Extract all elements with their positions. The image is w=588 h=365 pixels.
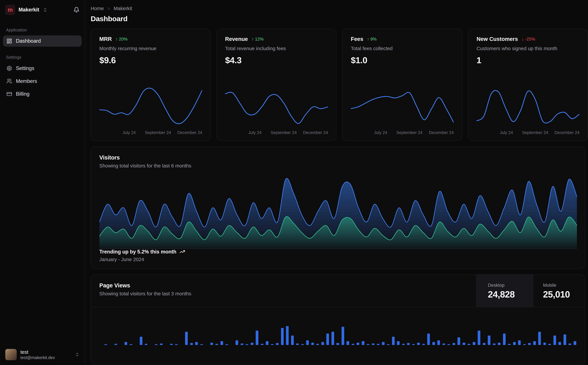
x-axis-label: July 24 <box>248 130 262 135</box>
bar <box>543 343 546 345</box>
bar <box>574 341 576 345</box>
visitors-trend-text: Trending up by 5.2% this month <box>99 249 176 255</box>
bar <box>311 343 314 345</box>
bar <box>175 344 178 345</box>
user-name: test <box>20 349 55 355</box>
bar <box>321 342 324 345</box>
chevron-right-icon <box>106 6 111 11</box>
stat-trend-value: 12% <box>255 36 264 42</box>
sidebar-item-label: Members <box>16 78 37 84</box>
breadcrumb-current: Makerkit <box>114 6 132 11</box>
bar <box>296 344 299 345</box>
bar <box>235 340 238 345</box>
stat-value: 1 <box>477 55 579 65</box>
sidebar-item-settings[interactable]: Settings <box>3 63 82 74</box>
bar <box>352 344 354 345</box>
main-content: Home Makerkit Dashboard MRR ↑ 20% Monthl… <box>85 0 588 365</box>
bar <box>326 334 329 345</box>
bar <box>483 343 485 345</box>
sidebar-item-billing[interactable]: Billing <box>3 88 82 100</box>
bar <box>387 344 389 345</box>
bar <box>316 344 319 345</box>
bar <box>301 344 304 345</box>
bar <box>306 340 309 345</box>
bar <box>145 344 147 345</box>
bar <box>276 343 278 345</box>
x-axis-label: December 24 <box>177 130 202 135</box>
bell-icon <box>73 7 80 13</box>
mrr-sparkline-chart <box>99 86 202 127</box>
stat-toggle-label: Mobile <box>543 283 575 288</box>
stat-title: New Customers <box>477 36 518 42</box>
breadcrumb: Home Makerkit <box>91 6 585 11</box>
bar <box>104 344 107 345</box>
bar <box>332 332 334 345</box>
stat-trend-badge: ↑ 20% <box>116 36 128 42</box>
trend-arrow-icon: ↓ <box>522 36 524 42</box>
bar <box>407 343 410 345</box>
sidebar-item-label: Settings <box>16 65 34 71</box>
trending-up-icon <box>180 249 185 254</box>
stat-trend-badge: ↑ 9% <box>367 36 377 42</box>
stat-card-new-customers: New Customers ↓ -25% Customers who signe… <box>468 29 588 141</box>
bar <box>498 343 500 345</box>
sidebar-item-dashboard[interactable]: Dashboard <box>3 35 82 47</box>
bar <box>362 341 364 345</box>
stat-toggle-value: 25,010 <box>543 289 575 300</box>
x-axis-label: September 24 <box>522 130 548 135</box>
bar <box>160 344 163 345</box>
x-axis-label: September 24 <box>270 130 297 135</box>
stat-card-fees: Fees ↑ 9% Total fees collected $1.0 July… <box>342 29 462 141</box>
bar <box>508 344 511 345</box>
bar <box>125 342 127 345</box>
stat-trend-value: 9% <box>370 36 377 42</box>
fees-sparkline-chart <box>351 86 454 127</box>
bar <box>357 343 359 345</box>
bar <box>553 336 556 345</box>
bar <box>225 344 228 345</box>
bar <box>382 342 385 345</box>
sidebar-item-members[interactable]: Members <box>3 76 82 87</box>
notifications-button[interactable] <box>73 7 80 13</box>
stat-toggle-label: Desktop <box>488 283 522 288</box>
new-customers-sparkline-chart <box>477 86 579 127</box>
x-axis-label: December 24 <box>303 130 328 135</box>
stat-subtitle: Total fees collected <box>351 46 454 51</box>
bar <box>417 343 420 345</box>
page-views-subtitle: Showing total visitors for the last 3 mo… <box>99 291 468 296</box>
bar <box>432 342 435 345</box>
x-axis-labels: July 24 September 24 December 24 <box>351 130 454 136</box>
workspace-switcher[interactable]: Makerkit <box>19 7 39 13</box>
user-menu[interactable]: test test@makerkit.dev <box>0 344 85 365</box>
app-root: m Makerkit Application Dashboard Setting… <box>0 0 588 365</box>
bar <box>367 344 369 345</box>
bar <box>402 344 405 345</box>
stat-title: Revenue <box>225 36 248 42</box>
bar <box>453 343 455 345</box>
bar <box>215 344 218 345</box>
bar <box>568 344 571 345</box>
stat-value: $9.6 <box>99 55 202 65</box>
stat-value: $1.0 <box>351 55 454 65</box>
breadcrumb-home-link[interactable]: Home <box>91 6 104 11</box>
bar <box>266 341 269 345</box>
bar <box>336 343 339 345</box>
x-axis-labels: July 24 September 24 December 24 <box>99 130 202 136</box>
stat-trend-badge: ↓ -25% <box>522 36 535 42</box>
stat-toggle-mobile[interactable]: Mobile 25,010 <box>533 275 585 307</box>
page-title: Dashboard <box>91 15 585 23</box>
bar <box>447 344 450 345</box>
bar <box>412 344 415 345</box>
sidebar-item-label: Dashboard <box>16 38 41 44</box>
bar <box>281 328 284 345</box>
page-views-title: Page Views <box>99 282 468 289</box>
stat-subtitle: Monthly recurring revenue <box>99 46 202 51</box>
bar <box>427 334 430 345</box>
bar <box>185 332 188 345</box>
stat-toggle-desktop[interactable]: Desktop 24,828 <box>476 275 533 307</box>
page-views-card: Page Views Showing total visitors for th… <box>91 274 585 365</box>
trend-arrow-icon: ↑ <box>367 36 369 42</box>
chevrons-up-down-icon[interactable] <box>43 7 48 12</box>
bar <box>261 344 263 345</box>
bar <box>286 326 289 345</box>
